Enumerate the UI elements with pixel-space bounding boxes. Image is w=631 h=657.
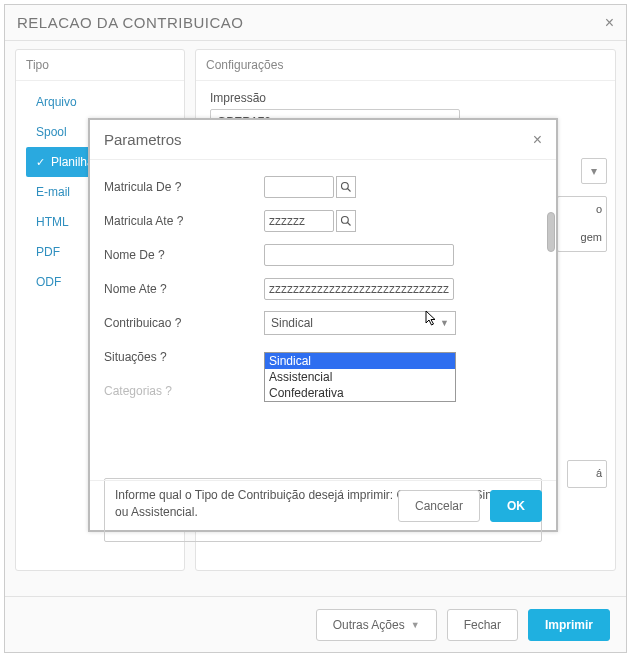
param-title: Parametros bbox=[104, 131, 182, 148]
nome-ate-input[interactable] bbox=[264, 278, 454, 300]
impressao-label: Impressão bbox=[210, 91, 601, 105]
contribuicao-label: Contribuicao ? bbox=[104, 316, 264, 330]
side-frag-bottom: gem bbox=[562, 231, 602, 243]
close-icon[interactable]: × bbox=[605, 14, 614, 32]
search-icon bbox=[340, 215, 352, 227]
dropdown-option-assistencial[interactable]: Assistencial bbox=[265, 369, 455, 385]
row-contribuicao: Contribuicao ? Sindical ▼ bbox=[104, 306, 542, 340]
imprimir-label: Imprimir bbox=[545, 618, 593, 632]
config-panel-title: Configurações bbox=[196, 50, 615, 81]
side-frag2: á bbox=[572, 467, 602, 479]
side-dropdown-button[interactable]: ▾ bbox=[581, 158, 607, 184]
type-panel-title: Tipo bbox=[16, 50, 184, 81]
chevron-down-icon: ▼ bbox=[411, 620, 420, 630]
side-box-fragment-2: á bbox=[567, 460, 607, 488]
row-matricula-de: Matricula De ? bbox=[104, 170, 542, 204]
search-icon bbox=[340, 181, 352, 193]
cursor-icon bbox=[425, 310, 441, 328]
outras-acoes-button[interactable]: Outras Ações ▼ bbox=[316, 609, 437, 641]
main-footer: Outras Ações ▼ Fechar Imprimir bbox=[5, 596, 626, 652]
matricula-ate-label: Matricula Ate ? bbox=[104, 214, 264, 228]
nome-ate-label: Nome Ate ? bbox=[104, 282, 264, 296]
svg-line-1 bbox=[348, 189, 351, 192]
fechar-label: Fechar bbox=[464, 618, 501, 632]
contribuicao-value: Sindical bbox=[271, 316, 313, 330]
svg-point-0 bbox=[342, 183, 349, 190]
param-header: Parametros × bbox=[90, 120, 556, 160]
categorias-label: Categorias ? bbox=[104, 384, 264, 398]
matricula-de-label: Matricula De ? bbox=[104, 180, 264, 194]
type-item-arquivo[interactable]: Arquivo bbox=[26, 87, 184, 117]
param-dialog: Parametros × Matricula De ? Matricula At… bbox=[88, 118, 558, 532]
fechar-button[interactable]: Fechar bbox=[447, 609, 518, 641]
svg-line-3 bbox=[348, 223, 351, 226]
matricula-ate-input[interactable] bbox=[264, 210, 334, 232]
matricula-de-input[interactable] bbox=[264, 176, 334, 198]
ok-label: OK bbox=[507, 499, 525, 513]
imprimir-button[interactable]: Imprimir bbox=[528, 609, 610, 641]
matricula-de-lookup-button[interactable] bbox=[336, 176, 356, 198]
nome-de-label: Nome De ? bbox=[104, 248, 264, 262]
contribuicao-dropdown-list[interactable]: SindicalAssistencialConfederativa bbox=[264, 352, 456, 402]
param-close-icon[interactable]: × bbox=[533, 131, 542, 149]
main-title: RELACAO DA CONTRIBUICAO bbox=[17, 14, 244, 31]
side-box-fragment: o gem bbox=[557, 196, 607, 252]
row-nome-ate: Nome Ate ? bbox=[104, 272, 542, 306]
dropdown-option-confederativa[interactable]: Confederativa bbox=[265, 385, 455, 401]
contribuicao-dropdown[interactable]: Sindical ▼ bbox=[264, 311, 456, 335]
param-body: Matricula De ? Matricula Ate ? Nome De ?… bbox=[90, 160, 556, 470]
scrollbar-thumb[interactable] bbox=[547, 212, 555, 252]
side-frag-top: o bbox=[562, 203, 602, 215]
chevron-down-icon: ▼ bbox=[440, 318, 449, 328]
cancelar-label: Cancelar bbox=[415, 499, 463, 513]
main-header: RELACAO DA CONTRIBUICAO × bbox=[5, 5, 626, 41]
row-matricula-ate: Matricula Ate ? bbox=[104, 204, 542, 238]
param-footer: Cancelar OK bbox=[90, 480, 556, 530]
nome-de-input[interactable] bbox=[264, 244, 454, 266]
cancelar-button[interactable]: Cancelar bbox=[398, 490, 480, 522]
svg-point-2 bbox=[342, 217, 349, 224]
row-nome-de: Nome De ? bbox=[104, 238, 542, 272]
ok-button[interactable]: OK bbox=[490, 490, 542, 522]
matricula-ate-lookup-button[interactable] bbox=[336, 210, 356, 232]
outras-acoes-label: Outras Ações bbox=[333, 618, 405, 632]
dropdown-option-sindical[interactable]: Sindical bbox=[265, 353, 455, 369]
situacoes-label: Situações ? bbox=[104, 350, 264, 364]
